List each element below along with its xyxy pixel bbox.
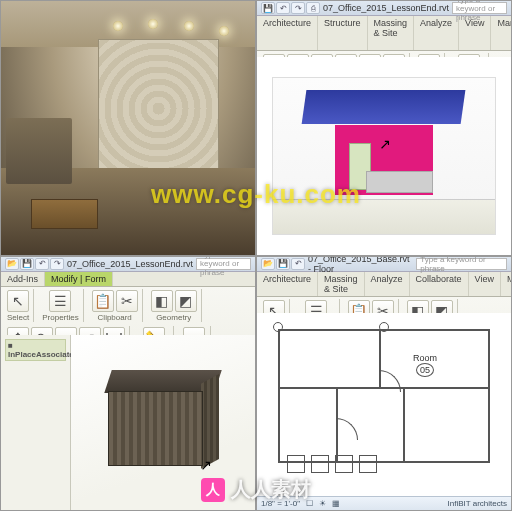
tab-massing[interactable]: Massing & Site — [368, 16, 415, 50]
paste-icon[interactable]: 📋 — [92, 290, 114, 312]
render-scene — [1, 1, 255, 255]
qat-undo-icon[interactable]: ↶ — [35, 258, 49, 270]
tab-architecture[interactable]: Architecture — [257, 16, 318, 50]
sofa — [6, 118, 72, 184]
properties-icon[interactable]: ☰ — [49, 290, 71, 312]
ribbon-tabbar: Architecture Massing & Site Analyze Coll… — [257, 272, 511, 297]
reception-desk — [366, 171, 432, 193]
tab-collaborate[interactable]: Collaborate — [410, 272, 469, 296]
ribbon-group-select: ↖ Select — [3, 289, 34, 322]
feature-wall — [98, 39, 220, 178]
room-number: 05 — [416, 363, 434, 377]
project-name: InfiBIT architects — [448, 499, 507, 508]
qat-undo-icon[interactable]: ↶ — [291, 258, 305, 270]
browser-item-inplace[interactable]: ■ InPlaceAssociate — [5, 339, 66, 361]
tab-architecture[interactable]: Architecture — [257, 272, 318, 296]
qat-save-icon[interactable]: 💾 — [276, 258, 290, 270]
window-titlebar: 📂 💾 ↶ 07_Office_2015_Base.rvt - Floor Ty… — [257, 257, 511, 272]
exterior-wall — [278, 329, 491, 463]
tab-addins[interactable]: Add-Ins — [1, 272, 45, 286]
project-browser-panel[interactable]: ■ InPlaceAssociate — [1, 335, 71, 511]
shadows-icon[interactable]: ▦ — [332, 499, 340, 508]
qat-save-icon[interactable]: 💾 — [20, 258, 34, 270]
fixture-icon — [311, 455, 329, 473]
help-search-input[interactable]: Type a keyword or phrase — [452, 2, 507, 14]
quick-access-toolbar: 📂 💾 ↶ ↷ — [5, 258, 64, 270]
ceiling-light-icon — [113, 21, 123, 31]
group-label: Geometry — [156, 313, 191, 322]
tab-view[interactable]: View — [469, 272, 501, 296]
window-title: 07_Office_2015_LessonEnd.rvt — [67, 259, 193, 269]
room-name: Room — [413, 353, 437, 363]
window-titlebar: 📂 💾 ↶ ↷ 07_Office_2015_LessonEnd.rvt Typ… — [1, 257, 255, 272]
ceiling-light-icon — [148, 19, 158, 29]
view-control-bar: 1/8" = 1'-0" ☐ ☀ ▦ InfiBIT architects — [257, 496, 511, 510]
tab-massing[interactable]: Massing & Site — [318, 272, 365, 296]
interior-wall — [403, 387, 405, 462]
sun-path-icon[interactable]: ☀ — [319, 499, 326, 508]
revit-form-editor-window: 📂 💾 ↶ ↷ 07_Office_2015_LessonEnd.rvt Typ… — [0, 256, 256, 512]
join-icon[interactable]: ◧ — [151, 290, 173, 312]
tab-view[interactable]: View — [459, 16, 491, 50]
room-tag: Room 05 — [413, 353, 437, 377]
tab-analyze[interactable]: Analyze — [414, 16, 459, 50]
displaced-roof — [302, 90, 466, 124]
rendered-interior-image — [0, 0, 256, 256]
tab-manage[interactable]: Manage — [501, 272, 512, 296]
viewport-3d[interactable] — [71, 335, 255, 511]
tab-modify-form[interactable]: Modify | Form — [45, 272, 113, 286]
help-search-input[interactable]: Type a keyword or phrase — [416, 258, 507, 270]
fixture-icon — [287, 455, 305, 473]
group-label: Select — [7, 313, 29, 322]
fixture-icon — [335, 455, 353, 473]
floor-plan: Room 05 — [263, 319, 505, 491]
cut-icon[interactable]: ✂ — [116, 290, 138, 312]
qat-undo-icon[interactable]: ↶ — [276, 2, 290, 14]
reception-desk-mass — [108, 370, 218, 467]
grid-bubble-icon — [273, 322, 283, 332]
fixture-icon — [359, 455, 377, 473]
revit-floorplan-window: 📂 💾 ↶ 07_Office_2015_Base.rvt - Floor Ty… — [256, 256, 512, 512]
scene — [272, 77, 496, 235]
cutgeom-icon[interactable]: ◩ — [175, 290, 197, 312]
window-titlebar: 💾 ↶ ↷ ⎙ 07_Office_2015_LessonEnd.rvt Typ… — [257, 1, 511, 16]
help-search-input[interactable]: Type a keyword or phrase — [196, 258, 251, 270]
desk-front — [108, 391, 203, 466]
ribbon-group-geometry: ◧ ◩ Geometry — [147, 289, 202, 322]
tab-manage[interactable]: Manage — [491, 16, 512, 50]
group-label: Properties — [42, 313, 78, 322]
qat-redo-icon[interactable]: ↷ — [291, 2, 305, 14]
qat-print-icon[interactable]: ⎙ — [306, 2, 320, 14]
workspace: ■ InPlaceAssociate — [1, 335, 255, 511]
desk-side — [201, 375, 219, 469]
qat-open-icon[interactable]: 📂 — [5, 258, 19, 270]
ribbon-group-properties: ☰ Properties — [38, 289, 83, 322]
tab-analyze[interactable]: Analyze — [365, 272, 410, 296]
coffee-table — [31, 199, 97, 229]
floor-slab — [273, 199, 495, 233]
qat-redo-icon[interactable]: ↷ — [50, 258, 64, 270]
ribbon-tabbar: Architecture Structure Massing & Site An… — [257, 16, 511, 51]
revit-displacement-window: 💾 ↶ ↷ ⎙ 07_Office_2015_LessonEnd.rvt Typ… — [256, 0, 512, 256]
ribbon-group-clipboard: 📋 ✂ Clipboard — [88, 289, 143, 322]
window-title: 07_Office_2015_LessonEnd.rvt — [323, 3, 449, 13]
visual-style-icon[interactable]: ☐ — [306, 499, 313, 508]
viewport-plan[interactable]: Room 05 — [257, 313, 511, 497]
qat-open-icon[interactable]: 📂 — [261, 258, 275, 270]
qat-save-icon[interactable]: 💾 — [261, 2, 275, 14]
group-label: Clipboard — [98, 313, 132, 322]
scale-display[interactable]: 1/8" = 1'-0" — [261, 499, 300, 508]
viewport-3d[interactable] — [257, 57, 511, 255]
quick-access-toolbar: 📂 💾 ↶ — [261, 258, 305, 270]
quick-access-toolbar: 💾 ↶ ↷ ⎙ — [261, 2, 320, 14]
tab-structure[interactable]: Structure — [318, 16, 368, 50]
select-arrow-icon[interactable]: ↖ — [7, 290, 29, 312]
plan-fixtures — [287, 455, 377, 473]
